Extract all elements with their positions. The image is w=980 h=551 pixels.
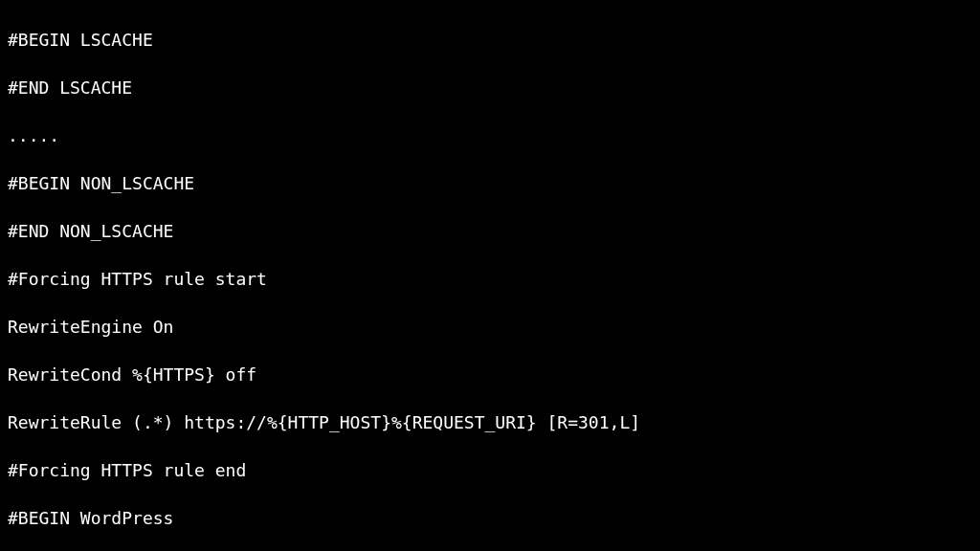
code-line: #BEGIN WordPress <box>8 506 972 530</box>
code-line: RewriteRule (.*) https://%{HTTP_HOST}%{R… <box>8 410 972 434</box>
code-line: ..... <box>8 123 972 147</box>
code-line: #END LSCACHE <box>8 76 972 99</box>
code-line: #Forcing HTTPS rule end <box>8 458 972 482</box>
code-line: #Forcing HTTPS rule start <box>8 267 972 291</box>
code-line: RewriteCond %{HTTPS} off <box>8 363 972 386</box>
code-line: #BEGIN NON_LSCACHE <box>8 171 972 195</box>
code-line: RewriteEngine On <box>8 315 972 339</box>
code-line: #END NON_LSCACHE <box>8 219 972 243</box>
terminal-output: #BEGIN LSCACHE #END LSCACHE ..... #BEGIN… <box>0 0 980 551</box>
code-line: #BEGIN LSCACHE <box>8 28 972 52</box>
